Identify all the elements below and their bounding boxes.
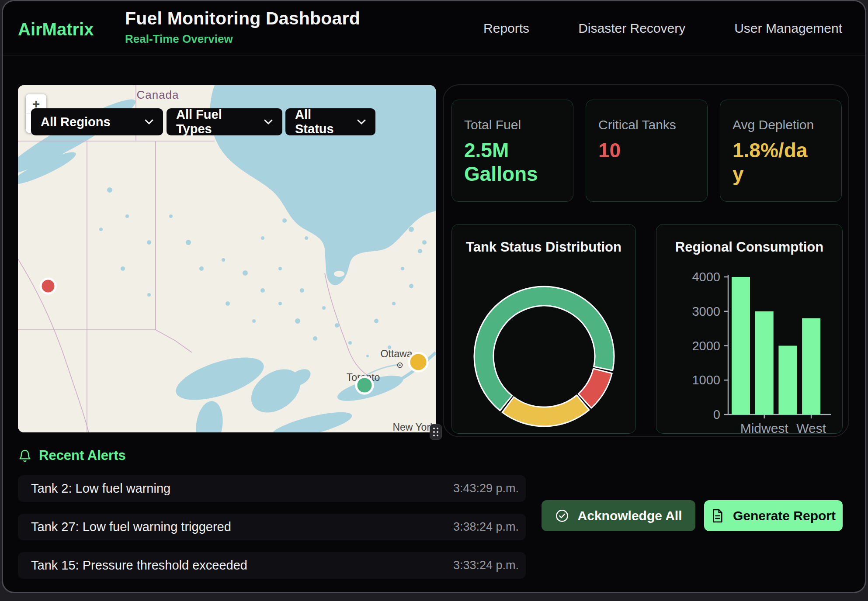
recent-alerts-header: Recent Alerts <box>18 448 126 463</box>
alert-time: 3:33:24 p.m. <box>453 559 519 572</box>
alert-row[interactable]: Tank 27: Low fuel warning triggered 3:38… <box>18 514 526 540</box>
title-block: Fuel Monitoring Dashboard Real-Time Over… <box>125 8 360 46</box>
fuel-type-filter-dropdown[interactable]: All Fuel Types <box>167 108 282 135</box>
dashboard-frame: AirMatrix Fuel Monitoring Dashboard Real… <box>2 0 866 593</box>
stat-label: Avg Depletion <box>733 117 829 132</box>
stat-card-critical-tanks: Critical Tanks 10 <box>586 100 708 202</box>
chevron-down-icon <box>145 119 153 125</box>
y-tick-label: 2000 <box>692 339 720 353</box>
alert-time: 3:38:24 p.m. <box>453 520 519 534</box>
bar-0[interactable] <box>732 277 750 414</box>
stat-value: 1.8%/day <box>733 138 813 186</box>
page-subtitle: Real-Time Overview <box>125 32 360 46</box>
james-bay-island <box>334 271 344 277</box>
tank-status-donut-chart <box>452 225 636 434</box>
stat-value: 2.5M Gallons <box>464 138 545 186</box>
tank-status-chart-card: Tank Status Distribution <box>451 224 636 434</box>
recent-alerts-title: Recent Alerts <box>39 448 126 463</box>
x-tick-label: Midwest <box>740 421 789 434</box>
y-tick-label: 1000 <box>692 373 720 387</box>
nav-disaster-recovery[interactable]: Disaster Recovery <box>578 21 685 36</box>
ottawa-town-dot <box>399 364 401 366</box>
map: Canada Ottawa Toronto New York + − <box>18 85 436 432</box>
y-tick-label: 4000 <box>692 270 720 284</box>
tank-marker-critical[interactable] <box>41 279 56 294</box>
document-icon <box>711 509 724 523</box>
chevron-down-icon <box>357 119 366 125</box>
bell-icon <box>18 449 32 463</box>
x-tick-label: West <box>796 421 826 434</box>
stat-card-avg-depletion: Avg Depletion 1.8%/day <box>720 100 842 202</box>
donut-segment-warning[interactable] <box>502 395 589 426</box>
bar-1[interactable] <box>755 311 774 414</box>
stat-value: 10 <box>598 138 679 162</box>
map-filters: All Regions All Fuel Types All Status <box>31 108 375 135</box>
generate-report-label: Generate Report <box>733 508 836 523</box>
region-filter-value: All Regions <box>41 115 111 129</box>
country-label: Canada <box>136 88 179 101</box>
regional-consumption-bar-chart: 01000200030004000MidwestWest <box>656 225 843 434</box>
brand-logo[interactable]: AirMatrix <box>18 20 94 39</box>
main-nav: Reports Disaster Recovery User Managemen… <box>483 1 842 55</box>
alert-row[interactable]: Tank 2: Low fuel warning 3:43:29 p.m. <box>18 475 526 502</box>
donut-segment-critical[interactable] <box>578 369 612 408</box>
status-filter-dropdown[interactable]: All Status <box>285 108 375 135</box>
acknowledge-all-button[interactable]: Acknowledge All <box>542 500 695 531</box>
generate-report-button[interactable]: Generate Report <box>704 500 843 531</box>
alert-message: Tank 15: Pressure threshold exceeded <box>31 558 247 573</box>
nav-user-management[interactable]: User Management <box>734 21 842 36</box>
stat-label: Total Fuel <box>464 117 561 132</box>
bar-3[interactable] <box>802 318 820 415</box>
fuel-type-filter-value: All Fuel Types <box>176 107 258 136</box>
check-circle-icon <box>555 509 569 523</box>
city-label-new-york: New York <box>392 421 435 432</box>
chevron-down-icon <box>264 119 273 125</box>
alert-row[interactable]: Tank 15: Pressure threshold exceeded 3:3… <box>18 552 526 579</box>
region-filter-dropdown[interactable]: All Regions <box>31 108 163 135</box>
header: AirMatrix Fuel Monitoring Dashboard Real… <box>3 1 865 55</box>
status-filter-value: All Status <box>295 107 351 136</box>
page-title: Fuel Monitoring Dashboard <box>125 8 360 29</box>
alert-message: Tank 27: Low fuel warning triggered <box>31 520 231 534</box>
regional-consumption-chart-card: Regional Consumption 01000200030004000Mi… <box>656 224 843 434</box>
bar-2[interactable] <box>778 346 797 415</box>
map-canvas[interactable]: Canada Ottawa Toronto New York <box>18 85 436 432</box>
tank-marker-warning[interactable] <box>409 353 427 371</box>
tank-marker-normal[interactable] <box>356 377 373 394</box>
y-tick-label: 3000 <box>692 304 720 318</box>
nav-reports[interactable]: Reports <box>483 21 529 36</box>
stat-label: Critical Tanks <box>598 117 695 132</box>
alert-message: Tank 2: Low fuel warning <box>31 481 170 496</box>
map-viewport[interactable]: Canada Ottawa Toronto New York <box>18 85 436 432</box>
map-resize-handle[interactable] <box>430 424 442 440</box>
acknowledge-all-label: Acknowledge All <box>578 508 682 523</box>
stat-card-total-fuel: Total Fuel 2.5M Gallons <box>451 100 573 202</box>
alert-time: 3:43:29 p.m. <box>453 482 519 495</box>
city-label-ottawa: Ottawa <box>381 348 413 359</box>
y-tick-label: 0 <box>713 408 720 421</box>
